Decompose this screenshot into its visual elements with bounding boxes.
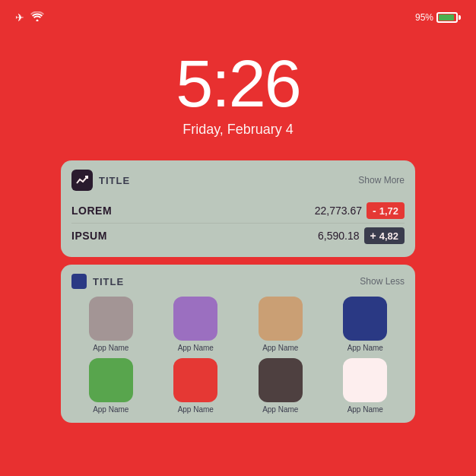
finance-widget: TITLE Show More LOREM 22,773.67 - 1,72 I…	[61, 160, 415, 257]
list-item[interactable]: App Name	[241, 297, 320, 352]
app-name: App Name	[262, 344, 298, 352]
app-icon-dark[interactable]	[259, 358, 303, 402]
finance-right-lorem: 22,773.67 - 1,72	[315, 202, 405, 219]
apps-widget-icon	[71, 274, 87, 289]
apps-widget-title: TITLE	[93, 276, 124, 287]
battery-percent: 95%	[415, 12, 433, 23]
wifi-icon	[30, 11, 44, 24]
finance-value-lorem: 22,773.67	[315, 205, 362, 217]
widgets-container: TITLE Show More LOREM 22,773.67 - 1,72 I…	[61, 160, 415, 423]
app-icon-gray[interactable]	[89, 297, 133, 341]
app-icon-red[interactable]	[173, 358, 217, 402]
list-item[interactable]: App Name	[157, 297, 236, 352]
finance-row-lorem: LOREM 22,773.67 - 1,72	[71, 198, 405, 224]
finance-widget-title: TITLE	[99, 175, 130, 186]
app-icon-purple[interactable]	[173, 297, 217, 341]
app-name: App Name	[347, 405, 383, 414]
battery-icon	[436, 12, 461, 23]
app-name: App Name	[178, 405, 214, 414]
app-name: App Name	[93, 344, 129, 352]
app-name: App Name	[178, 344, 214, 352]
apps-header-left: TITLE	[71, 274, 124, 289]
time-section: 5:26 Friday, February 4	[0, 50, 476, 138]
finance-icon	[71, 170, 93, 191]
app-icon-green[interactable]	[89, 358, 133, 402]
list-item[interactable]: App Name	[157, 358, 236, 414]
finance-sign-lorem: -	[373, 205, 376, 217]
app-icon-tan[interactable]	[259, 297, 303, 341]
time-display: 5:26	[0, 50, 476, 117]
status-bar: ✈ 95%	[0, 0, 476, 27]
finance-row-ipsum: IPSUM 6,590.18 + 4,82	[71, 224, 405, 248]
finance-label-lorem: LOREM	[71, 205, 112, 217]
list-item[interactable]: App Name	[326, 297, 405, 352]
finance-right-ipsum: 6,590.18 + 4,82	[318, 227, 405, 244]
app-name: App Name	[262, 405, 298, 414]
list-item[interactable]: App Name	[241, 358, 320, 414]
finance-label-ipsum: IPSUM	[71, 230, 107, 242]
app-icon-blue[interactable]	[343, 297, 387, 341]
finance-change-ipsum: + 4,82	[364, 227, 405, 244]
apps-widget: TITLE Show Less App Name App Name App Na…	[61, 265, 415, 423]
apps-widget-header: TITLE Show Less	[71, 274, 405, 289]
finance-widget-header: TITLE Show More	[71, 170, 405, 191]
status-right: 95%	[415, 12, 461, 23]
finance-change-lorem: - 1,72	[367, 202, 405, 219]
app-icon-white[interactable]	[343, 358, 387, 402]
list-item[interactable]: App Name	[71, 358, 151, 414]
apps-grid: App Name App Name App Name App Name App …	[71, 297, 405, 414]
finance-change-val-ipsum: 4,82	[379, 230, 398, 242]
list-item[interactable]: App Name	[326, 358, 405, 414]
apps-show-less[interactable]: Show Less	[360, 276, 405, 287]
list-item[interactable]: App Name	[71, 297, 151, 352]
app-name: App Name	[347, 344, 383, 352]
finance-change-val-lorem: 1,72	[379, 205, 398, 217]
airplane-icon: ✈	[15, 11, 24, 24]
status-left: ✈	[15, 11, 44, 24]
app-name: App Name	[93, 405, 129, 414]
finance-header-left: TITLE	[71, 170, 130, 191]
finance-show-more[interactable]: Show More	[358, 175, 405, 186]
finance-sign-ipsum: +	[370, 230, 376, 242]
finance-value-ipsum: 6,590.18	[318, 230, 360, 242]
date-display: Friday, February 4	[0, 122, 476, 138]
